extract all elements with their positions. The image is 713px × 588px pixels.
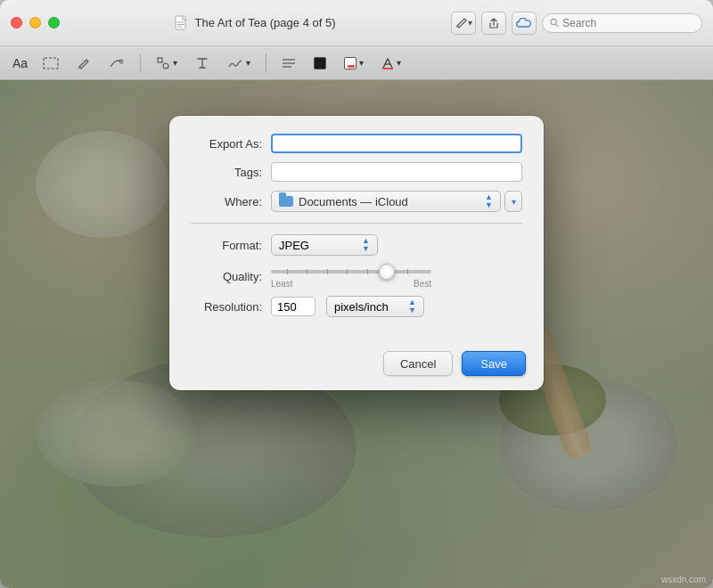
smooth-pen-button[interactable]	[102, 53, 131, 74]
markup-button[interactable]: ▾	[451, 12, 476, 35]
where-arrows: ▲ ▼	[485, 193, 493, 209]
tick-5	[367, 269, 368, 274]
where-expand-button[interactable]: ▾	[504, 191, 522, 212]
quality-slider-track[interactable]	[271, 270, 431, 274]
icloud-button[interactable]	[512, 12, 537, 35]
dialog-footer: Cancel Save	[169, 340, 544, 390]
signature-icon	[227, 56, 243, 70]
pixels-arrows: ▲ ▼	[408, 298, 416, 314]
minimize-button[interactable]	[29, 17, 41, 29]
where-select[interactable]: Documents — iCloud ▲ ▼	[271, 191, 501, 212]
resolution-controls: pixels/inch ▲ ▼	[271, 296, 424, 317]
export-dialog: Export As: Tags: Where:	[169, 116, 544, 390]
sign-button[interactable]: ▾	[221, 53, 257, 74]
font-color-button[interactable]: ▾	[375, 53, 407, 74]
resolution-label: Resolution:	[191, 300, 271, 314]
shapes-icon	[156, 56, 170, 70]
svg-rect-14	[382, 68, 393, 69]
slider-labels: Least Best	[271, 279, 431, 289]
dialog-body: Export As: Tags: Where:	[169, 116, 544, 340]
shapes-button[interactable]: ▾	[150, 53, 184, 74]
pen-button[interactable]	[70, 53, 97, 74]
pixels-select[interactable]: pixels/inch ▲ ▼	[326, 296, 424, 317]
svg-line-5	[556, 24, 558, 26]
pencil-icon	[455, 17, 468, 29]
font-color-arrow: ▾	[397, 58, 401, 68]
where-select-container: Documents — iCloud ▲ ▼ ▾	[271, 191, 522, 212]
format-select[interactable]: JPEG ▲ ▼	[271, 234, 378, 256]
slider-best-label: Best	[414, 279, 431, 289]
export-as-label: Export As:	[191, 137, 271, 151]
save-button[interactable]: Save	[462, 351, 526, 376]
close-button[interactable]	[11, 17, 22, 29]
selection-icon	[43, 56, 59, 70]
search-input[interactable]	[562, 17, 694, 29]
quality-row: Quality:	[191, 265, 522, 289]
font-color-icon	[381, 56, 394, 70]
quality-slider-container: Least Best	[271, 265, 522, 289]
tick-2	[307, 269, 307, 274]
share-icon	[488, 17, 500, 29]
traffic-lights	[11, 17, 60, 29]
stroke-color-arrow: ▾	[359, 58, 364, 68]
stroke-color-swatch	[344, 57, 356, 69]
shapes-arrow: ▾	[173, 58, 177, 68]
svg-point-4	[551, 19, 556, 24]
selection-button[interactable]	[37, 53, 65, 74]
sign-arrow: ▾	[246, 58, 250, 68]
format-value: JPEG	[279, 239, 309, 252]
dialog-separator	[191, 223, 522, 224]
markup-arrow: ▾	[468, 18, 472, 28]
tags-input[interactable]	[271, 162, 522, 182]
font-size-button[interactable]: Aa	[9, 54, 31, 72]
down-arrow: ▼	[485, 201, 493, 209]
tick-3	[327, 269, 328, 274]
svg-point-9	[163, 63, 168, 69]
quality-label: Quality:	[191, 270, 271, 283]
modal-overlay: Export As: Tags: Where:	[0, 80, 713, 588]
window-title: The Art of Tea (page 4 of 5)	[194, 16, 335, 29]
format-down-arrow: ▼	[362, 245, 370, 253]
color-fill-swatch	[314, 57, 326, 69]
text-icon	[195, 56, 209, 70]
cancel-button[interactable]: Cancel	[383, 351, 453, 376]
export-as-input[interactable]	[271, 134, 522, 153]
slider-least-label: Least	[271, 279, 292, 289]
resolution-row: Resolution: pixels/inch ▲ ▼	[191, 296, 522, 317]
align-icon	[282, 57, 296, 69]
toolbar-right: ▾	[451, 12, 702, 35]
format-label: Format:	[191, 239, 271, 252]
pen-icon	[77, 56, 91, 70]
svg-rect-8	[158, 58, 162, 62]
content-area: Export As: Tags: Where:	[0, 80, 713, 588]
tick-4	[347, 269, 348, 274]
expand-arrow: ▾	[512, 197, 516, 207]
share-button[interactable]	[481, 12, 506, 35]
search-bar[interactable]	[542, 13, 702, 33]
title-center: The Art of Tea (page 4 of 5)	[60, 15, 451, 31]
align-button[interactable]	[275, 53, 302, 74]
tick-1	[287, 269, 288, 274]
maximize-button[interactable]	[48, 17, 60, 29]
tags-label: Tags:	[191, 166, 271, 179]
toolbar-separator-2	[266, 53, 266, 73]
where-row: Where: Documents — iCloud ▲ ▼	[191, 191, 522, 212]
second-toolbar: Aa ▾	[0, 46, 713, 80]
pixels-down-arrow: ▼	[408, 306, 416, 314]
format-arrows: ▲ ▼	[362, 237, 370, 253]
text-button[interactable]	[189, 53, 216, 74]
resolution-input[interactable]	[271, 297, 316, 316]
format-row: Format: JPEG ▲ ▼	[191, 234, 522, 256]
title-bar: The Art of Tea (page 4 of 5) ▾	[0, 0, 713, 46]
stroke-color-button[interactable]: ▾	[338, 53, 370, 74]
color-fill-button[interactable]	[307, 53, 332, 74]
quality-thumb[interactable]	[379, 264, 395, 280]
svg-rect-6	[44, 58, 58, 69]
icloud-icon	[516, 18, 532, 29]
pixels-value: pixels/inch	[334, 300, 389, 314]
folder-icon	[279, 196, 293, 207]
app-window: The Art of Tea (page 4 of 5) ▾	[0, 0, 713, 588]
search-icon	[550, 18, 559, 28]
where-label: Where:	[191, 195, 271, 208]
toolbar-separator-1	[140, 53, 141, 73]
